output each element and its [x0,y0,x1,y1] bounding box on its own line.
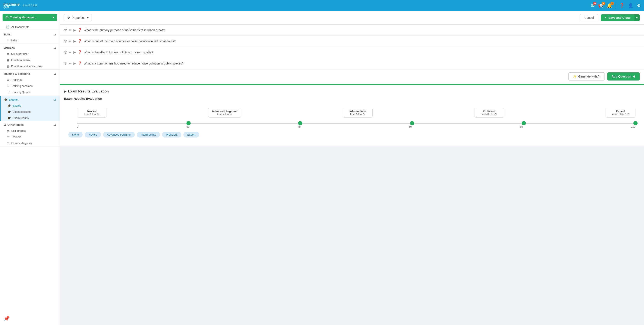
sidebar-section-other-tables[interactable]: 🗂 Other tables ∧ [0,121,60,128]
properties-chevron-icon: ▾ [87,16,88,20]
save-close-dropdown-button[interactable]: ▾ [634,14,640,21]
generate-with-ai-button[interactable]: ✨ Generate with AI [568,72,605,80]
sidebar-item-label: Skills per user [11,52,28,56]
level-range: from 100 to 100 [612,113,630,116]
tag-proficient[interactable]: Proficient [162,132,181,138]
save-close-label: Save and Close [608,16,631,20]
level-range: from 40 to 59 [217,113,232,116]
expand-icon[interactable]: ▶ [74,39,76,43]
properties-label: Properties [72,16,86,20]
exam-sessions-icon: 🎓 [8,110,11,114]
scale-dot-expert[interactable] [633,121,638,125]
scale-dot-proficient[interactable] [522,121,526,125]
sidebar-item-skills-per-user[interactable]: ▦ Skills per user [0,51,60,57]
user-icon[interactable]: 👤 [628,3,633,8]
document-icon: 📄 [6,25,10,28]
scale-number: 0 [77,125,78,128]
expand-icon[interactable]: ▶ [74,62,76,65]
ai-icon: ✨ [573,75,576,78]
question-text: What is the effect of noise pollution on… [84,50,640,54]
sidebar-section-training[interactable]: Training & Sessions ∧ [0,70,60,77]
scale-number: 60 [409,125,412,128]
training-section-label: Training & Sessions [4,72,30,76]
delete-icon[interactable]: 🗑 [64,39,67,43]
tag-novice[interactable]: Novice [85,132,101,138]
scale-dot-advanced-beginner[interactable] [298,121,302,125]
add-question-button[interactable]: Add Question ⊕ [607,72,640,80]
cancel-button[interactable]: Cancel [580,14,598,21]
exam-results-section: ▶ Exam Results Evaluation Exam Results E… [60,85,644,146]
expand-icon[interactable]: ▶ [74,50,76,54]
sidebar-item-exam-categories[interactable]: 🗃 Exam categories [0,140,60,146]
save-and-close-button[interactable]: ✔ Save and Close [601,14,634,21]
sidebar-item-label: Training Queue [11,90,30,94]
settings-icon[interactable]: ⚙ [637,3,640,8]
edit-icon[interactable]: ✏ [69,50,72,54]
sidebar-item-exam-sessions[interactable]: 🎓 Exam sessions [1,109,60,115]
level-title: Expert [616,110,625,113]
scale-number: 20 [186,125,190,128]
level-range: from 60 to 79 [350,113,365,116]
help-icon[interactable]: ❓ [619,3,624,8]
sidebar-item-label: Skills [11,39,17,42]
sidebar-item-all-documents[interactable]: 📄 All Documents [0,24,60,30]
tag-expert[interactable]: Expert [184,132,199,138]
list-icon: ☰ [7,78,10,81]
sidebar-item-skills[interactable]: ⬆ Skills [0,37,60,44]
exam-categories-icon: 🗃 [7,142,10,145]
sidebar-group-training: Training & Sessions ∧ ☰ Trainings ☰ Trai… [0,70,60,96]
delete-icon[interactable]: 🗑 [64,28,67,32]
sidebar-item-label: Exam categories [11,142,32,145]
sidebar-item-function-matrix[interactable]: ▦ Function matrix [0,57,60,63]
tag-none[interactable]: None [68,132,83,138]
skills-icon: ⬆ [7,39,9,42]
scale-dot-novice[interactable] [186,121,191,125]
sidebar-item-exams[interactable]: 🎓 Exams [1,102,60,109]
sidebar-item-trainers[interactable]: 🗃 Trainers [0,134,60,140]
exam-sub-title: Exam Results Evaluation [64,97,640,100]
scale-label-intermediate: Intermediate from 60 to 79 [343,108,372,118]
notifications-icon[interactable]: 🔔 1 [607,3,612,8]
sidebar-item-label: Trainers [11,136,21,138]
grid-icon: ▦ [7,65,10,68]
scale-dot-intermediate[interactable] [410,121,414,125]
sidebar-item-training-sessions[interactable]: ☰ Training sessions [0,83,60,89]
tag-intermediate[interactable]: Intermediate [137,132,160,138]
sidebar-section-skills[interactable]: Skills ∧ [0,31,60,37]
gear-icon: ⚙ [67,16,70,20]
level-title: Intermediate [350,110,366,113]
sidebar-item-exam-results[interactable]: 🎓 Exam results [1,115,60,121]
pin-icon[interactable]: 📌 [4,316,10,322]
tags-row: NoneNoviceAdvanced beginnerIntermediateP… [68,128,636,138]
scale-container: Novice from 20 to 39 Advanced beginner f… [64,106,640,142]
sidebar-item-label: Skill grades [11,129,26,132]
delete-icon[interactable]: 🗑 [64,62,67,65]
messages-icon[interactable]: ✉ 56 [591,3,595,8]
sidebar-item-function-profiles[interactable]: ▦ Function profiles vs users [0,63,60,70]
exams-collapse-icon: ∧ [54,98,56,101]
properties-button[interactable]: ⚙ Properties ▾ [64,14,92,21]
sidebar-section-exams[interactable]: 🎓 Exams ∧ [1,96,60,102]
sidebar-item-training-queue[interactable]: ☰ Training Queue [0,89,60,95]
sidebar-item-trainings[interactable]: ☰ Trainings [0,77,60,83]
add-question-label: Add Question [612,75,631,78]
question-row: 🗑 ✏ ▶ ❓ What is the effect of noise poll… [60,47,644,58]
sidebar-group-other-tables: 🗂 Other tables ∧ 🗃 Skill grades 🗃 Traine… [0,121,60,146]
module-selector[interactable]: 03. Training Managem... ▾ [2,14,57,21]
version-badge: 6.0.42.0.683 [23,4,37,7]
delete-icon[interactable]: 🗑 [64,50,67,54]
tag-advanced-beginner[interactable]: Advanced beginner [103,132,135,138]
question-row: 🗑 ✏ ▶ ❓ What is one of the main sources … [60,36,644,47]
sidebar-item-skill-grades[interactable]: 🗃 Skill grades [0,128,60,134]
question-help-icon: ❓ [78,39,82,43]
level-range: from 80 to 99 [482,113,497,116]
edit-icon[interactable]: ✏ [69,39,72,43]
sidebar-group-matrices: Matrices ∧ ▦ Skills per user ▦ Function … [0,44,60,70]
sidebar-section-matrices[interactable]: Matrices ∧ [0,44,60,51]
questions-list: 🗑 ✏ ▶ ❓ What is the primary purpose of n… [60,24,644,69]
save-close-group: ✔ Save and Close ▾ [601,14,640,21]
announcements-icon[interactable]: 📢 1 [598,3,604,8]
edit-icon[interactable]: ✏ [69,62,72,65]
expand-icon[interactable]: ▶ [74,28,76,32]
edit-icon[interactable]: ✏ [69,28,72,32]
